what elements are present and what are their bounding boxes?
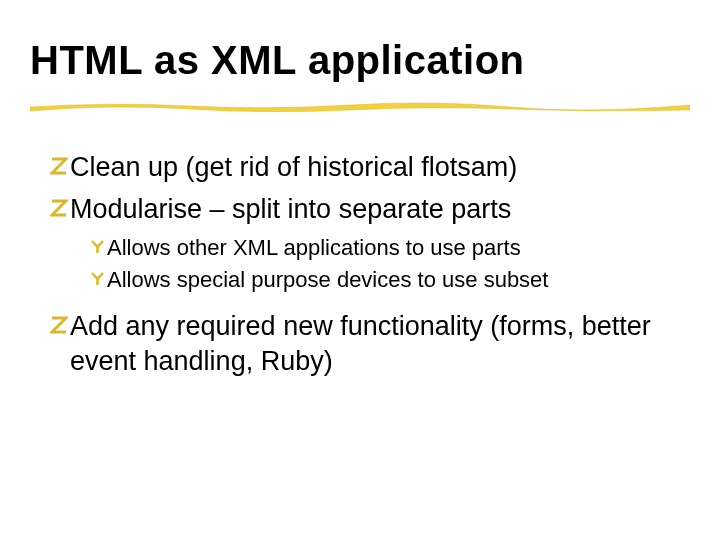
list-item: Modularise – split into separate parts xyxy=(50,192,690,228)
sub-list-item: Allows special purpose devices to use su… xyxy=(90,265,690,295)
sub-list-item-text: Allows special purpose devices to use su… xyxy=(107,265,548,295)
list-item-text: Modularise – split into separate parts xyxy=(70,192,511,228)
list-item: Clean up (get rid of historical flotsam) xyxy=(50,150,690,186)
z-bullet-icon xyxy=(50,199,68,221)
list-item-text: Add any required new functionality (form… xyxy=(70,309,690,380)
title-underline xyxy=(30,100,690,110)
z-bullet-icon xyxy=(50,157,68,179)
content-area: Clean up (get rid of historical flotsam)… xyxy=(50,150,690,386)
list-item: Add any required new functionality (form… xyxy=(50,309,690,380)
z-bullet-icon xyxy=(50,316,68,338)
sub-list-item: Allows other XML applications to use par… xyxy=(90,233,690,263)
title-area: HTML as XML application xyxy=(30,38,690,83)
list-item-text: Clean up (get rid of historical flotsam) xyxy=(70,150,517,186)
page-title: HTML as XML application xyxy=(30,38,690,83)
y-bullet-icon xyxy=(90,271,105,290)
sub-list: Allows other XML applications to use par… xyxy=(90,233,690,294)
y-bullet-icon xyxy=(90,239,105,258)
sub-list-item-text: Allows other XML applications to use par… xyxy=(107,233,521,263)
